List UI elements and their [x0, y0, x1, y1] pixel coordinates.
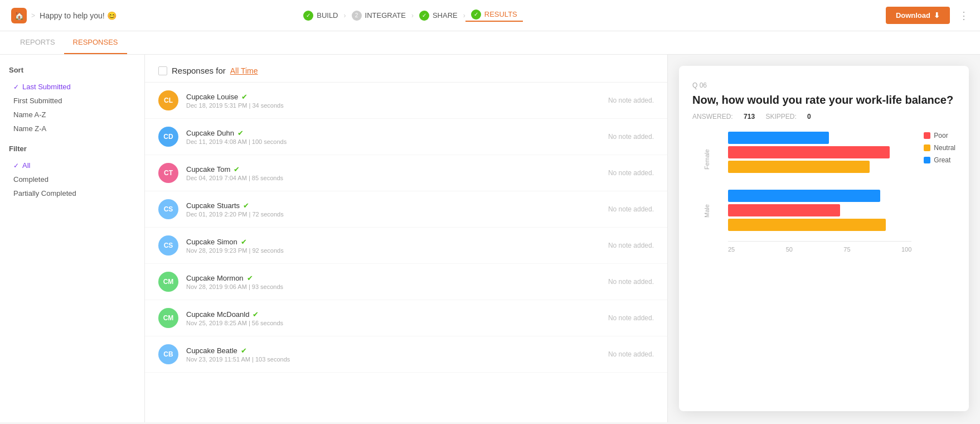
response-item-3[interactable]: CS Cupcake Stuarts ✔ Dec 01, 2019 2:20 P…	[145, 191, 667, 228]
response-note-0: No note added.	[608, 97, 654, 104]
sort-name-az[interactable]: Name A-Z	[9, 108, 135, 122]
verified-icon-5: ✔	[247, 274, 253, 282]
sort-title: Sort	[9, 66, 135, 74]
female-y-label: Female	[692, 137, 721, 182]
response-note-7: No note added.	[608, 350, 654, 358]
response-name-5: Cupcake Mormon ✔	[186, 274, 608, 282]
more-icon[interactable]: ⋮	[959, 9, 969, 22]
pipeline-step-results[interactable]: ✓ RESULTS	[465, 9, 523, 22]
pipeline-step-share[interactable]: ✓ SHARE	[414, 11, 463, 21]
male-y-label: Male	[692, 189, 721, 233]
response-name-3: Cupcake Stuarts ✔	[186, 201, 608, 210]
results-check-icon: ✓	[471, 9, 481, 20]
main-layout: Sort ✓ Last Submitted First Submitted Na…	[0, 55, 980, 422]
sort-name-az-label: Name A-Z	[13, 110, 46, 119]
breadcrumb-title: Happy to help you! 😊	[40, 11, 117, 20]
response-name-4: Cupcake Simon ✔	[186, 238, 608, 246]
female-bar-great	[728, 132, 911, 144]
male-great-bar	[728, 190, 880, 202]
response-name-2: Cupcake Tom ✔	[186, 165, 608, 174]
download-label: Download	[896, 11, 930, 20]
sort-name-za-label: Name Z-A	[13, 124, 46, 133]
filter-completed-label: Completed	[13, 175, 48, 184]
response-date-6: Nov 25, 2019 8:25 AM | 56 seconds	[186, 320, 608, 326]
female-poor-bar	[728, 146, 890, 158]
share-check-icon: ✓	[419, 11, 429, 21]
legend-great-dot	[924, 157, 930, 163]
legend-great: Great	[924, 156, 955, 164]
nav-right: Download ⬇ ⋮	[886, 7, 969, 24]
response-date-7: Nov 23, 2019 11:51 AM | 103 seconds	[186, 356, 608, 363]
build-check-icon: ✓	[303, 11, 313, 21]
skipped-label: SKIPPED: 0	[765, 113, 811, 121]
sort-first-submitted[interactable]: First Submitted	[9, 94, 135, 108]
legend-neutral: Neutral	[924, 144, 955, 152]
verified-icon-4: ✔	[241, 238, 247, 246]
filter-all[interactable]: ✓ All	[9, 158, 135, 172]
filter-completed[interactable]: Completed	[9, 172, 135, 186]
x-label-25: 25	[728, 246, 735, 253]
avatar-6: CM	[158, 308, 178, 328]
female-great-bar	[728, 132, 829, 144]
responses-header: Responses for All Time	[145, 55, 667, 83]
response-date-3: Dec 01, 2019 2:20 PM | 72 seconds	[186, 211, 608, 218]
pipeline-step-build[interactable]: ✓ BUILD	[298, 11, 343, 21]
q-title: Now, how would you rate your work-life b…	[692, 93, 955, 107]
response-info-2: Cupcake Tom ✔ Dec 04, 2019 7:04 AM | 85 …	[186, 165, 608, 181]
legend-poor-label: Poor	[934, 132, 948, 139]
response-item-4[interactable]: CS Cupcake Simon ✔ Nov 28, 2019 9:23 PM …	[145, 228, 667, 264]
response-info-5: Cupcake Mormon ✔ Nov 28, 2019 9:06 AM | …	[186, 274, 608, 290]
female-bar-group	[728, 132, 911, 173]
sort-last-submitted[interactable]: ✓ Last Submitted	[9, 80, 135, 94]
legend-poor: Poor	[924, 132, 955, 139]
response-note-4: No note added.	[608, 242, 654, 249]
legend-poor-dot	[924, 132, 930, 139]
filter-check-icon: ✓	[13, 162, 19, 170]
verified-icon-0: ✔	[241, 93, 248, 101]
response-name-6: Cupcake McDoanld ✔	[186, 310, 608, 319]
avatar-4: CS	[158, 235, 178, 256]
legend-great-label: Great	[934, 156, 950, 164]
response-item-0[interactable]: CL Cupcake Louise ✔ Dec 18, 2019 5:31 PM…	[145, 83, 667, 119]
pipeline-step-integrate[interactable]: 2 INTEGRATE	[346, 11, 411, 21]
filter-title: Filter	[9, 144, 135, 153]
share-label: SHARE	[433, 11, 458, 20]
integrate-label: INTEGRATE	[365, 11, 406, 20]
female-bar-neutral	[728, 161, 911, 173]
tab-reports[interactable]: REPORTS	[11, 31, 64, 54]
response-name-7: Cupcake Beatle ✔	[186, 346, 608, 355]
tab-responses[interactable]: RESPONSES	[64, 31, 127, 54]
filter-partially-completed-label: Partially Completed	[13, 189, 76, 197]
response-item-6[interactable]: CM Cupcake McDoanld ✔ Nov 25, 2019 8:25 …	[145, 300, 667, 336]
filter-partially-completed[interactable]: Partially Completed	[9, 186, 135, 200]
x-label-100: 100	[901, 246, 911, 253]
sub-nav: REPORTS RESPONSES	[0, 31, 980, 55]
q-meta: ANSWERED: 713 SKIPPED: 0	[692, 113, 955, 121]
download-button[interactable]: Download ⬇	[886, 7, 950, 24]
time-filter-link[interactable]: All Time	[230, 66, 258, 75]
response-note-5: No note added.	[608, 278, 654, 286]
response-info-0: Cupcake Louise ✔ Dec 18, 2019 5:31 PM | …	[186, 93, 608, 109]
build-label: BUILD	[317, 11, 338, 20]
verified-icon-2: ✔	[234, 165, 240, 174]
response-date-0: Dec 18, 2019 5:31 PM | 34 seconds	[186, 102, 608, 109]
skipped-value: 0	[807, 113, 811, 121]
response-item-1[interactable]: CD Cupcake Duhn ✔ Dec 11, 2019 4:08 AM |…	[145, 119, 667, 155]
sort-first-submitted-label: First Submitted	[13, 97, 62, 105]
response-info-4: Cupcake Simon ✔ Nov 28, 2019 9:23 PM | 9…	[186, 238, 608, 254]
sidebar-divider	[9, 136, 135, 144]
response-item-2[interactable]: CT Cupcake Tom ✔ Dec 04, 2019 7:04 AM | …	[145, 155, 667, 191]
response-item-7[interactable]: CB Cupcake Beatle ✔ Nov 23, 2019 11:51 A…	[145, 336, 667, 373]
pipeline: ✓ BUILD › 2 INTEGRATE › ✓ SHARE › ✓ RESU…	[298, 9, 523, 22]
x-label-75: 75	[843, 246, 850, 253]
response-info-7: Cupcake Beatle ✔ Nov 23, 2019 11:51 AM |…	[186, 346, 608, 363]
response-info-3: Cupcake Stuarts ✔ Dec 01, 2019 2:20 PM |…	[186, 201, 608, 218]
male-bar-poor	[728, 204, 911, 216]
y-axis-labels: Female Male	[692, 132, 721, 233]
response-item-5[interactable]: CM Cupcake Mormon ✔ Nov 28, 2019 9:06 AM…	[145, 264, 667, 300]
male-bar-great	[728, 190, 911, 202]
sort-name-za[interactable]: Name Z-A	[9, 122, 135, 136]
home-icon[interactable]: 🏠	[11, 8, 27, 23]
select-all-checkbox[interactable]	[158, 66, 167, 75]
verified-icon-7: ✔	[241, 346, 247, 355]
